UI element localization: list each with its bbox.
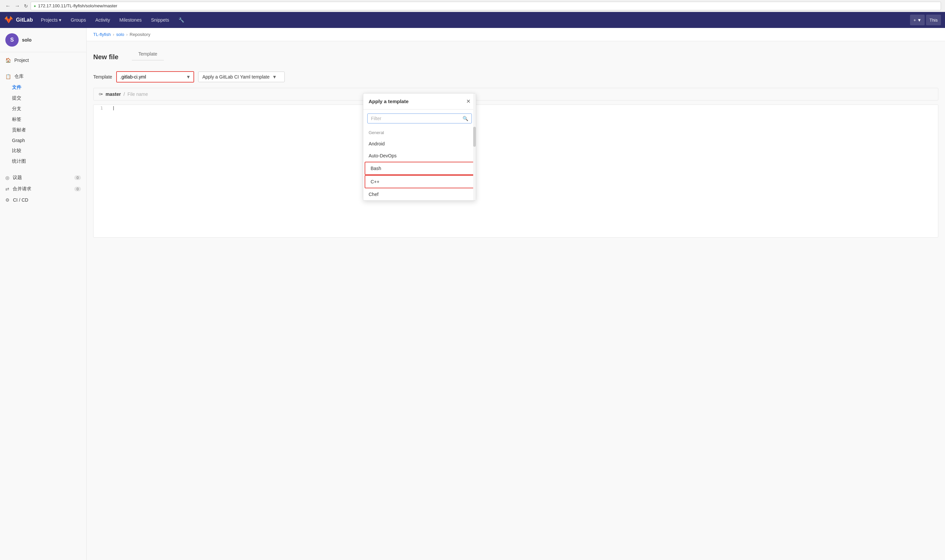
breadcrumb: TL-flyfish › solo › Repository xyxy=(86,28,945,41)
template-label: Template xyxy=(93,74,112,80)
filename-input[interactable] xyxy=(117,72,183,82)
plus-button[interactable]: + ▼ xyxy=(910,15,925,25)
projects-chevron: ▾ xyxy=(59,17,61,23)
code-content-1: | xyxy=(112,105,115,111)
template-item-chef[interactable]: Chef xyxy=(363,188,476,200)
nav-right: + ▼ This xyxy=(910,15,941,25)
main-layout: S solo 🏠 Project 📋 仓库 文件 提交 分支 xyxy=(0,28,945,560)
nav-arrows: ← → xyxy=(4,2,21,10)
template-select-chevron: ▼ xyxy=(272,74,277,80)
nav-groups[interactable]: Groups xyxy=(66,12,90,28)
sidebar-item-merge-requests[interactable]: ⇄ 合并请求 0 xyxy=(0,183,86,195)
template-dropdown-title: Apply a template xyxy=(368,98,409,104)
tab-template[interactable]: Template xyxy=(132,48,164,60)
merge-label: 合并请求 xyxy=(13,186,31,192)
template-select-text: Apply a GitLab CI Yaml template xyxy=(202,74,270,80)
user-name: solo xyxy=(22,37,32,43)
template-filter-row: 🔍 xyxy=(363,109,476,128)
gitlab-logo-text: GitLab xyxy=(16,17,33,23)
this-button[interactable]: This xyxy=(926,15,941,25)
cicd-icon: ⚙ xyxy=(5,197,10,203)
file-editor: New file Template Template ▼ Apply a Git… xyxy=(86,41,945,244)
sidebar-item-graph[interactable]: Graph xyxy=(0,135,86,145)
template-dropdown-header: Apply a template ✕ xyxy=(363,94,476,109)
template-dropdown: Apply a template ✕ 🔍 General Android Aut… xyxy=(363,93,476,201)
template-section-header: General xyxy=(363,128,476,138)
nav-wrench[interactable]: 🔧 xyxy=(174,12,188,28)
nav-projects[interactable]: Projects ▾ xyxy=(37,12,66,28)
nav-snippets[interactable]: Snippets xyxy=(147,12,173,28)
breadcrumb-solo[interactable]: solo xyxy=(116,32,124,37)
issues-label: 议题 xyxy=(13,175,22,181)
sidebar-section-repo-header[interactable]: 📋 仓库 xyxy=(0,71,86,82)
svg-marker-6 xyxy=(12,18,13,21)
back-button[interactable]: ← xyxy=(4,2,12,10)
groups-label: Groups xyxy=(71,17,86,23)
filter-input-wrapper: 🔍 xyxy=(367,114,472,123)
template-select-dropdown[interactable]: Apply a GitLab CI Yaml template ▼ xyxy=(198,72,285,82)
template-list: General Android Auto-DevOps Bash C++ Che… xyxy=(363,128,476,200)
sidebar: S solo 🏠 Project 📋 仓库 文件 提交 分支 xyxy=(0,28,86,560)
projects-label: Projects xyxy=(41,17,58,23)
activity-label: Activity xyxy=(95,17,110,23)
template-item-cpp[interactable]: C++ xyxy=(365,175,475,188)
sidebar-item-tags[interactable]: 标签 xyxy=(0,114,86,125)
url-text: 172.17.100.11/TL-flyfish/solo/new/master xyxy=(38,3,117,8)
merge-badge: 0 xyxy=(74,187,81,191)
issues-icon: ◎ xyxy=(5,175,9,180)
code-line-1: 1 | xyxy=(94,105,938,111)
sidebar-item-project[interactable]: 🏠 Project xyxy=(0,55,86,66)
forward-button[interactable]: → xyxy=(13,2,21,10)
sidebar-item-commits[interactable]: 提交 xyxy=(0,93,86,103)
file-name-placeholder: File name xyxy=(128,91,148,97)
gitlab-logo-icon xyxy=(4,15,13,25)
home-icon: 🏠 xyxy=(5,58,11,63)
nav-milestones[interactable]: Milestones xyxy=(116,12,146,28)
template-dropdown-close-button[interactable]: ✕ xyxy=(466,98,470,105)
template-item-android[interactable]: Android xyxy=(363,138,476,150)
content-area: TL-flyfish › solo › Repository New file … xyxy=(86,28,945,560)
code-editor[interactable]: 1 | xyxy=(93,105,938,238)
filename-dropdown-arrow[interactable]: ▼ xyxy=(183,72,193,82)
template-item-auto-devops[interactable]: Auto-DevOps xyxy=(363,150,476,162)
template-item-bash[interactable]: Bash xyxy=(365,162,475,175)
svg-marker-5 xyxy=(5,18,6,21)
merge-icon: ⇄ xyxy=(5,186,9,192)
snippets-label: Snippets xyxy=(151,17,169,23)
sidebar-item-issues[interactable]: ◎ 议题 0 xyxy=(0,172,86,183)
top-nav: GitLab Projects ▾ Groups Activity Milest… xyxy=(0,12,945,28)
repo-section-label: 仓库 xyxy=(14,74,24,80)
slash-separator: / xyxy=(123,91,125,97)
cicd-label: CI / CD xyxy=(13,197,28,203)
issues-badge: 0 xyxy=(74,175,81,180)
new-file-title: New file xyxy=(93,53,119,61)
filter-input[interactable] xyxy=(371,116,460,121)
sidebar-item-cicd[interactable]: ⚙ CI / CD xyxy=(0,195,86,205)
sidebar-section-repository: 📋 仓库 文件 提交 分支 标签 贡献者 Graph 比较 xyxy=(0,68,86,169)
book-icon: 📋 xyxy=(5,74,11,79)
milestones-label: Milestones xyxy=(120,17,142,23)
breadcrumb-tl-flyfish[interactable]: TL-flyfish xyxy=(93,32,111,37)
wrench-icon: 🔧 xyxy=(179,17,184,23)
nav-logo[interactable]: GitLab xyxy=(4,15,33,25)
nav-activity[interactable]: Activity xyxy=(91,12,114,28)
sidebar-item-files[interactable]: 文件 xyxy=(0,82,86,93)
editor-header: New file Template xyxy=(93,48,938,66)
sidebar-section-issues: ◎ 议题 0 ⇄ 合并请求 0 ⚙ CI / CD xyxy=(0,169,86,208)
sidebar-section-project: 🏠 Project xyxy=(0,52,86,68)
editor-tabs: Template xyxy=(132,48,164,60)
user-avatar: S xyxy=(5,33,18,46)
sidebar-item-contributors[interactable]: 贡献者 xyxy=(0,125,86,135)
template-scrollbar-thumb[interactable] xyxy=(473,127,476,147)
breadcrumb-sep-1: › xyxy=(113,32,114,37)
sidebar-item-charts[interactable]: 统计图 xyxy=(0,156,86,167)
sidebar-item-branches[interactable]: 分支 xyxy=(0,103,86,114)
lock-icon: ● xyxy=(34,4,36,8)
sidebar-item-compare[interactable]: 比较 xyxy=(0,145,86,156)
template-row: Template ▼ Apply a GitLab CI Yaml templa… xyxy=(93,71,938,83)
address-bar[interactable]: ● 172.17.100.11/TL-flyfish/solo/new/mast… xyxy=(31,2,941,10)
browser-bar: ← → ↻ ● 172.17.100.11/TL-flyfish/solo/ne… xyxy=(0,0,945,12)
template-scrollbar xyxy=(473,94,476,200)
line-number-1: 1 xyxy=(94,105,107,111)
refresh-button[interactable]: ↻ xyxy=(24,3,28,9)
